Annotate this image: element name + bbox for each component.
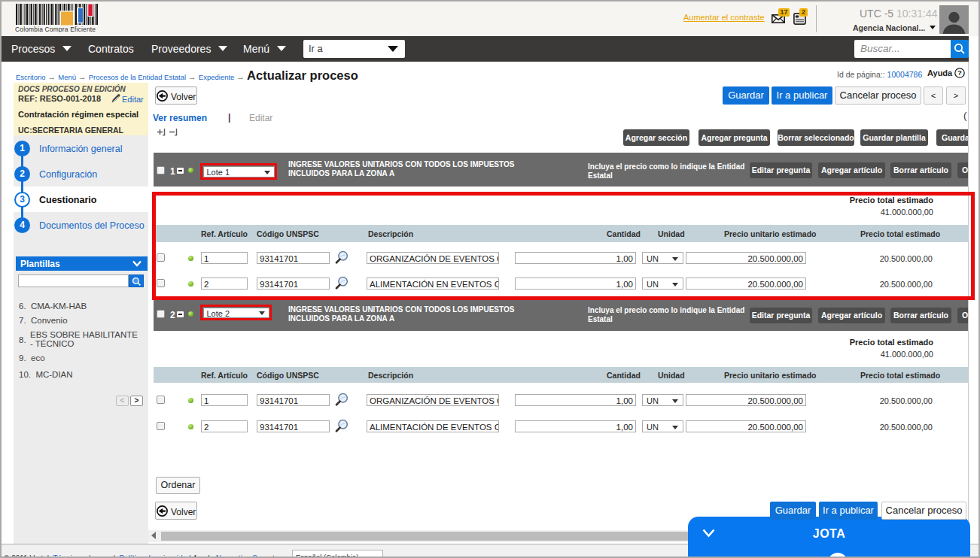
svg-text:Colombia Compra Eficiente: Colombia Compra Eficiente	[15, 26, 96, 32]
svg-text:?: ?	[957, 68, 962, 77]
